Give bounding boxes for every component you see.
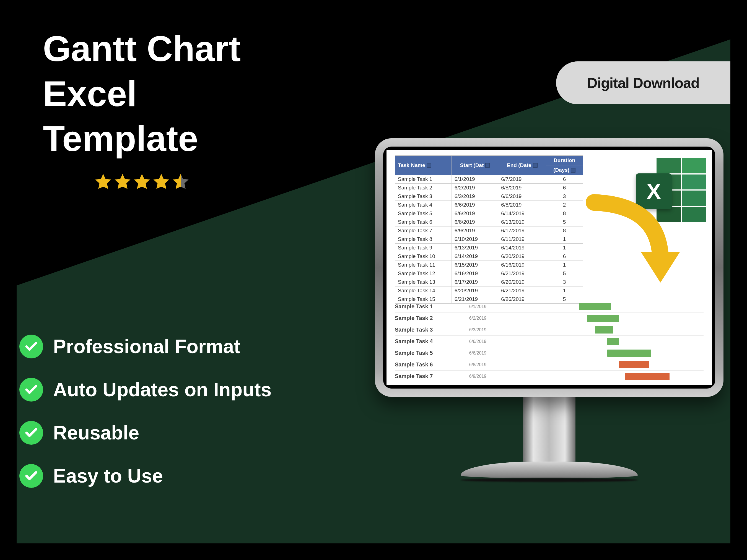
cell-task: Sample Task 9: [395, 244, 452, 252]
cell-end: 6/20/2019: [498, 278, 546, 287]
cell-days: 3: [546, 278, 583, 287]
cell-days: 3: [546, 192, 583, 201]
cell-task: Sample Task 12: [395, 269, 452, 278]
star-icon: [132, 172, 152, 192]
cell-end: 6/11/2019: [498, 235, 546, 244]
gantt-task-label: Sample Task 6: [395, 362, 453, 368]
table-row: Sample Task 4 6/6/2019 6/8/2019 2: [395, 201, 583, 209]
check-icon: [19, 464, 43, 488]
cell-start: 6/15/2019: [452, 261, 498, 269]
table-row: Sample Task 10 6/14/2019 6/20/2019 6: [395, 252, 583, 261]
gantt-task-label: Sample Task 3: [395, 327, 453, 333]
feature-item: Reusable: [19, 421, 272, 445]
table-row: Sample Task 1 6/1/2019 6/7/2019 6: [395, 175, 583, 184]
cell-end: 6/6/2019: [498, 192, 546, 201]
gantt-date-label: 6/1/2019: [453, 304, 503, 309]
cell-end: 6/20/2019: [498, 252, 546, 261]
cell-end: 6/14/2019: [498, 244, 546, 252]
cell-task: Sample Task 4: [395, 201, 452, 209]
cell-end: 6/17/2019: [498, 226, 546, 235]
col-dur: (Days): [546, 165, 583, 175]
dropdown-icon: [485, 163, 490, 167]
gantt-task-label: Sample Task 5: [395, 350, 453, 356]
title-line-1: Gantt Chart: [43, 26, 241, 71]
col-dur-top: Duration: [546, 156, 583, 165]
star-icon: [94, 172, 113, 192]
cell-task: Sample Task 6: [395, 218, 452, 226]
monitor-neck: [523, 395, 575, 461]
gantt-bar: [595, 326, 613, 334]
gantt-bar-area: [503, 313, 703, 324]
check-icon: [19, 421, 43, 445]
monitor-shadow: [461, 478, 638, 482]
feature-item: Auto Updates on Inputs: [19, 378, 272, 402]
gantt-task-label: Sample Task 7: [395, 373, 453, 379]
gantt-bar: [607, 350, 651, 357]
gantt-bar-area: [503, 324, 703, 336]
cell-days: 1: [546, 235, 583, 244]
cell-task: Sample Task 8: [395, 235, 452, 244]
gantt-row: Sample Task 6 6/8/2019: [395, 359, 703, 371]
digital-download-badge: Digital Download: [556, 61, 730, 104]
dropdown-icon: [571, 168, 575, 172]
cell-days: 8: [546, 209, 583, 218]
feature-item: Professional Format: [19, 335, 272, 358]
star-icon: [113, 172, 132, 192]
feature-text: Auto Updates on Inputs: [53, 379, 272, 401]
gantt-bar-area: [503, 347, 703, 359]
cell-end: 6/16/2019: [498, 261, 546, 269]
cell-task: Sample Task 2: [395, 184, 452, 192]
cell-start: 6/8/2019: [452, 218, 498, 226]
cell-days: 6: [546, 184, 583, 192]
gantt-date-label: 6/8/2019: [453, 362, 503, 367]
cell-days: 1: [546, 287, 583, 295]
check-icon: [19, 378, 43, 402]
cell-task: Sample Task 5: [395, 209, 452, 218]
cell-start: 6/20/2019: [452, 287, 498, 295]
cell-start: 6/6/2019: [452, 209, 498, 218]
feature-text: Easy to Use: [53, 465, 163, 487]
cell-end: 6/8/2019: [498, 184, 546, 192]
cell-task: Sample Task 1: [395, 175, 452, 184]
star-half-icon: [171, 172, 190, 192]
gantt-row: Sample Task 1 6/1/2019: [395, 301, 703, 313]
cell-start: 6/9/2019: [452, 226, 498, 235]
cell-start: 6/14/2019: [452, 252, 498, 261]
cell-task: Sample Task 7: [395, 226, 452, 235]
monitor-bezel: Task Name Start (Dat End (Date Duration …: [375, 138, 723, 397]
table-row: Sample Task 11 6/15/2019 6/16/2019 1: [395, 261, 583, 269]
cell-task: Sample Task 14: [395, 287, 452, 295]
cell-task: Sample Task 11: [395, 261, 452, 269]
feature-list: Professional Format Auto Updates on Inpu…: [19, 335, 272, 488]
gantt-bar: [625, 373, 670, 380]
gantt-bar-area: [503, 301, 703, 312]
cell-days: 1: [546, 261, 583, 269]
gantt-date-label: 6/2/2019: [453, 316, 503, 321]
curved-arrow-icon: [586, 194, 682, 283]
gantt-row: Sample Task 2 6/2/2019: [395, 313, 703, 324]
cell-end: 6/21/2019: [498, 287, 546, 295]
gantt-bar: [607, 338, 619, 345]
gantt-date-label: 6/6/2019: [453, 339, 503, 344]
table-row: Sample Task 13 6/17/2019 6/20/2019 3: [395, 278, 583, 287]
gantt-task-label: Sample Task 4: [395, 338, 453, 345]
table-row: Sample Task 6 6/8/2019 6/13/2019 5: [395, 218, 583, 226]
cell-start: 6/13/2019: [452, 244, 498, 252]
gantt-row: Sample Task 4 6/6/2019: [395, 336, 703, 347]
cell-task: Sample Task 10: [395, 252, 452, 261]
cell-end: 6/14/2019: [498, 209, 546, 218]
gantt-row: Sample Task 3 6/3/2019: [395, 324, 703, 336]
cell-start: 6/16/2019: [452, 269, 498, 278]
gantt-bar-area: [503, 336, 703, 347]
col-start: Start (Dat: [452, 156, 498, 175]
cell-task: Sample Task 13: [395, 278, 452, 287]
svg-marker-0: [641, 252, 680, 283]
title-line-3: Template: [43, 116, 241, 161]
monitor-screen: Task Name Start (Dat End (Date Duration …: [387, 150, 712, 385]
dropdown-icon: [427, 163, 431, 167]
cell-start: 6/10/2019: [452, 235, 498, 244]
cell-days: 8: [546, 226, 583, 235]
dropdown-icon: [533, 163, 538, 167]
gantt-bar-area: [503, 371, 703, 382]
cell-end: 6/21/2019: [498, 269, 546, 278]
